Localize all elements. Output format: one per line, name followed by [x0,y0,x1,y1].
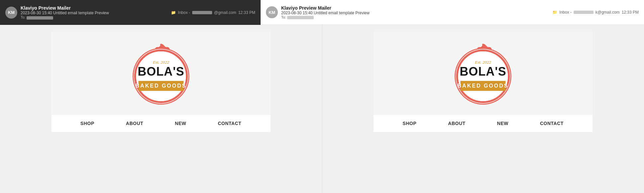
nav-shop-left[interactable]: SHOP [80,121,94,126]
email-redacted-right [574,11,594,14]
svg-text:BAKED GOODS: BAKED GOODS [457,83,509,89]
subject-left: 2023-08-30 15:40 Untitled email template… [21,11,168,15]
logo-area-right: Est. 2022 BOLA'S BAKED GOODS [373,32,593,114]
email-header-right: KM Klaviyo Preview Mailer 2023-08-30 15:… [261,0,644,25]
sender-name-right: Klaviyo Preview Mailer [281,5,549,11]
to-right: To: [281,15,549,19]
avatar-right: KM [266,6,278,18]
to-address-left [27,16,53,20]
to-address-right [287,16,314,19]
email-panel-right: Est. 2022 BOLA'S BAKED GOODS SHOP ABOUT … [322,25,644,193]
badge-svg-left: Est. 2022 BOLA'S BAKED GOODS [126,41,196,111]
nav-contact-left[interactable]: CONTACT [218,121,241,126]
inbox-icon-right: 📁 [552,10,557,15]
nav-shop-right[interactable]: SHOP [403,121,417,126]
email-redacted-left [192,11,212,14]
time-right: 12:33 PM [622,10,639,15]
avatar-left: KM [5,7,17,19]
logo-area-left: Est. 2022 BOLA'S BAKED GOODS [51,32,271,114]
svg-text:BOLA'S: BOLA'S [137,65,184,78]
svg-text:BAKED GOODS: BAKED GOODS [135,83,187,89]
svg-text:BOLA'S: BOLA'S [460,65,507,78]
badge-logo-left: Est. 2022 BOLA'S BAKED GOODS [126,41,196,111]
nav-about-left[interactable]: ABOUT [126,121,143,126]
svg-text:Est. 2022: Est. 2022 [152,60,169,65]
to-left: To: [21,15,168,19]
badge-logo-right: Est. 2022 BOLA'S BAKED GOODS [448,41,518,111]
subject-right: 2023-08-30 15:40 Untitled email template… [281,11,549,15]
avatar-initials-right: KM [269,10,275,15]
main-content: Est. 2022 BOLA'S BAKED GOODS SHOP [0,25,644,193]
email-meta-left: Klaviyo Preview Mailer 2023-08-30 15:40 … [21,5,168,19]
time-left: 12:33 PM [238,10,255,15]
email-body-right: Est. 2022 BOLA'S BAKED GOODS SHOP ABOUT … [373,32,593,132]
email-panel-left: Est. 2022 BOLA'S BAKED GOODS SHOP [0,25,322,193]
nav-new-left[interactable]: NEW [175,121,186,126]
email-body-left: Est. 2022 BOLA'S BAKED GOODS SHOP [51,32,271,132]
email-header-left: KM Klaviyo Preview Mailer 2023-08-30 15:… [0,0,261,25]
nav-bar-left: SHOP ABOUT NEW CONTACT [51,114,271,132]
svg-text:Est. 2022: Est. 2022 [475,60,492,65]
nav-about-right[interactable]: ABOUT [448,121,465,126]
nav-new-right[interactable]: NEW [497,121,508,126]
nav-contact-right[interactable]: CONTACT [540,121,564,126]
email-meta-right: Klaviyo Preview Mailer 2023-08-30 15:40 … [281,5,549,19]
nav-bar-right: SHOP ABOUT NEW CONTACT [373,114,593,132]
inbox-icon-left: 📁 [171,10,176,15]
inbox-info-right: 📁 Inbox - k@gmail.com 12:33 PM [552,10,639,15]
badge-svg-right: Est. 2022 BOLA'S BAKED GOODS [448,41,518,111]
email-header-bar: KM Klaviyo Preview Mailer 2023-08-30 15:… [0,0,644,25]
sender-name-left: Klaviyo Preview Mailer [21,5,168,11]
inbox-info-left: 📁 Inbox - @gmail.com 12:33 PM [171,10,255,15]
avatar-initials-left: KM [8,10,15,15]
